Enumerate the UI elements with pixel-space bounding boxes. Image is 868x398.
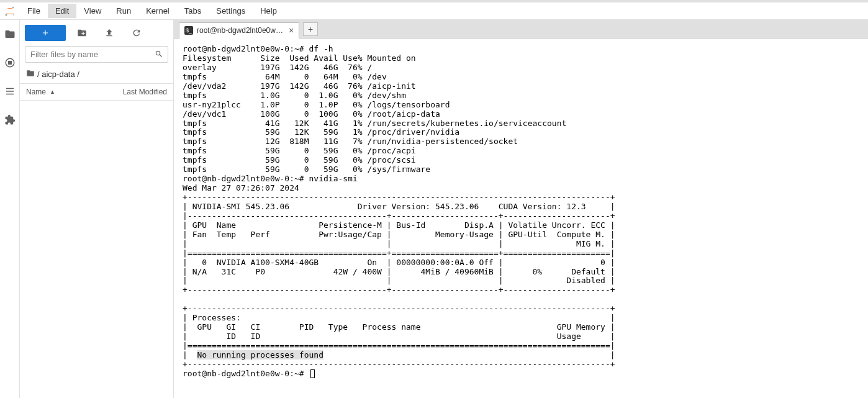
new-tab-button[interactable]: + bbox=[303, 22, 318, 36]
tab-terminal[interactable]: $_ root@nb-dgwd2lnt0e0w-0: × bbox=[179, 22, 299, 38]
menu-kernel[interactable]: Kernel bbox=[138, 4, 177, 18]
column-header-modified[interactable]: Last Modified bbox=[105, 84, 173, 100]
menu-tabs[interactable]: Tabs bbox=[177, 4, 209, 18]
extensions-icon[interactable] bbox=[4, 114, 16, 125]
svg-point-1 bbox=[6, 14, 7, 16]
upload-button[interactable] bbox=[98, 25, 120, 41]
new-launcher-button[interactable] bbox=[25, 25, 66, 41]
breadcrumb-path[interactable]: / aicp-data / bbox=[37, 70, 79, 79]
cursor bbox=[310, 369, 315, 378]
activity-bar bbox=[0, 20, 20, 398]
menu-file[interactable]: File bbox=[20, 4, 48, 18]
svg-point-0 bbox=[12, 6, 14, 7]
menu-edit[interactable]: Edit bbox=[48, 4, 76, 18]
sort-ascending-icon: ▲ bbox=[50, 89, 55, 95]
column-header-name[interactable]: Name ▲ bbox=[20, 84, 105, 100]
filter-files-input[interactable] bbox=[25, 46, 168, 63]
terminal-icon: $_ bbox=[184, 26, 193, 35]
menu-view[interactable]: View bbox=[76, 4, 109, 18]
menu-settings[interactable]: Settings bbox=[209, 4, 253, 18]
file-browser-sidebar: / aicp-data / Name ▲ Last Modified bbox=[20, 20, 174, 398]
breadcrumb[interactable]: / aicp-data / bbox=[20, 65, 173, 83]
toc-icon[interactable] bbox=[4, 86, 16, 97]
folder-icon[interactable] bbox=[4, 29, 16, 40]
terminal-output[interactable]: root@nb-dgwd2lnt0e0w-0:~# df -h Filesyst… bbox=[174, 38, 868, 398]
menubar: FileEditViewRunKernelTabsSettingsHelp bbox=[0, 2, 868, 20]
refresh-button[interactable] bbox=[125, 25, 148, 41]
menu-run[interactable]: Run bbox=[109, 4, 138, 18]
jupyter-logo bbox=[2, 4, 17, 19]
tab-label: root@nb-dgwd2lnt0e0w-0: bbox=[197, 26, 284, 35]
tab-bar: $_ root@nb-dgwd2lnt0e0w-0: × + bbox=[174, 20, 868, 38]
new-folder-button[interactable] bbox=[71, 25, 93, 41]
svg-point-2 bbox=[13, 14, 14, 16]
folder-icon bbox=[26, 69, 35, 79]
close-icon[interactable]: × bbox=[287, 25, 295, 35]
menu-help[interactable]: Help bbox=[253, 4, 284, 18]
svg-rect-4 bbox=[8, 61, 11, 65]
running-icon[interactable] bbox=[4, 57, 16, 68]
